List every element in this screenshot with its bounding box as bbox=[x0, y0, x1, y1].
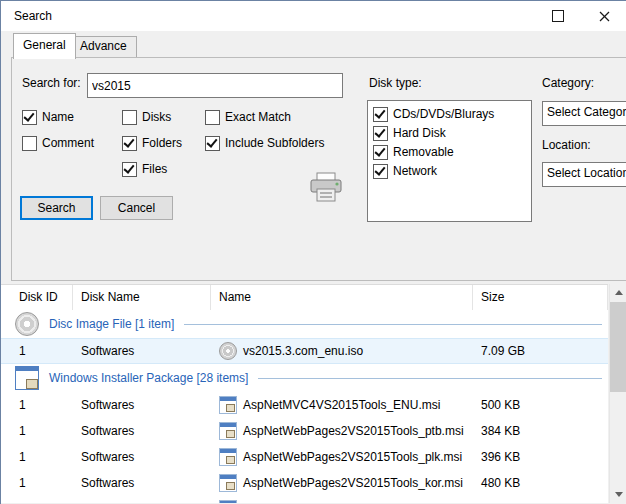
group-label: Disc Image File [1 item] bbox=[49, 317, 174, 331]
checkbox-comment-box[interactable] bbox=[22, 136, 37, 151]
scroll-down-icon bbox=[615, 492, 623, 497]
checkbox-include-subfolders-box[interactable] bbox=[205, 136, 220, 151]
disk-type-label: Disk type: bbox=[369, 76, 422, 90]
group-label: Windows Installer Package [28 items] bbox=[49, 371, 248, 385]
general-tab-panel: Search for: Disk type: Category: Name Di… bbox=[11, 57, 626, 281]
file-icon bbox=[219, 500, 237, 503]
maximize-button[interactable] bbox=[535, 1, 581, 31]
file-icon bbox=[219, 448, 237, 466]
disk-type-network-label: Network bbox=[393, 164, 437, 178]
cell-name: AspNetWebPages2VS2015Tools_... bbox=[211, 500, 473, 503]
table-row[interactable]: 1 Softwares vs2015.3.com_enu.iso 7.09 GB bbox=[1, 338, 608, 364]
cell-name: AspNetWebPages2VS2015Tools_kor.msi bbox=[211, 474, 473, 492]
cell-name: AspNetWebPages2VS2015Tools_ptb.msi bbox=[211, 422, 473, 440]
checkbox-name-label: Name bbox=[42, 110, 74, 124]
table-row[interactable]: 1 Softwares AspNetMVC4VS2015Tools_ENU.ms… bbox=[1, 392, 608, 418]
checkbox-disks-box[interactable] bbox=[122, 110, 137, 125]
category-label: Category: bbox=[542, 76, 594, 90]
checkbox-files-label: Files bbox=[142, 162, 167, 176]
disk-type-cds[interactable]: CDs/DVDs/Blurays bbox=[373, 106, 531, 122]
disk-type-list: CDs/DVDs/Blurays Hard Disk Removable Net… bbox=[367, 100, 532, 222]
group-icon bbox=[15, 312, 39, 336]
checkbox-disks[interactable]: Disks bbox=[122, 109, 171, 125]
cell-disk-id: 1 bbox=[1, 502, 73, 503]
tab-general[interactable]: General bbox=[13, 33, 76, 59]
results-body: Disc Image File [1 item] 1 Softwares vs2… bbox=[1, 310, 608, 503]
disk-type-removable[interactable]: Removable bbox=[373, 144, 531, 160]
column-disk-name[interactable]: Disk Name bbox=[73, 285, 211, 311]
scroll-up-button[interactable] bbox=[610, 284, 626, 301]
location-select[interactable]: Select Location bbox=[542, 162, 626, 187]
cell-size: 384 KB bbox=[473, 424, 608, 438]
checkbox-exact-match[interactable]: Exact Match bbox=[205, 109, 291, 125]
checkbox-name[interactable]: Name bbox=[22, 109, 74, 125]
file-name: AspNetWebPages2VS2015Tools_... bbox=[243, 502, 435, 503]
checkbox-folders[interactable]: Folders bbox=[122, 135, 182, 151]
checkbox-folders-label: Folders bbox=[142, 136, 182, 150]
search-input[interactable] bbox=[87, 73, 343, 98]
table-row[interactable]: 1 Softwares AspNetWebPages2VS2015Tools_p… bbox=[1, 418, 608, 444]
checkbox-include-subfolders-label: Include Subfolders bbox=[225, 136, 324, 150]
tab-advance[interactable]: Advance bbox=[70, 36, 137, 59]
cell-disk-name: Softwares bbox=[73, 450, 211, 464]
checkbox-files-box[interactable] bbox=[122, 162, 137, 177]
file-icon bbox=[219, 422, 237, 440]
cell-size: 480 KB bbox=[473, 476, 608, 490]
column-size[interactable]: Size bbox=[473, 285, 608, 311]
cell-size: 500 KB bbox=[473, 398, 608, 412]
cell-disk-id: 1 bbox=[1, 344, 73, 358]
scroll-down-button[interactable] bbox=[610, 486, 626, 503]
table-row[interactable]: 1 Softwares AspNetWebPages2VS2015Tools_.… bbox=[1, 496, 608, 503]
window-title: Search bbox=[14, 1, 52, 31]
group-divider-line bbox=[258, 378, 602, 379]
titlebar[interactable]: Search bbox=[1, 1, 626, 31]
cell-disk-id: 1 bbox=[1, 424, 73, 438]
cell-name: AspNetWebPages2VS2015Tools_plk.msi bbox=[211, 448, 473, 466]
vertical-scrollbar[interactable] bbox=[609, 284, 626, 503]
printer-icon bbox=[308, 172, 344, 204]
results-group-header[interactable]: Windows Installer Package [28 items] bbox=[1, 364, 608, 392]
category-select[interactable]: Select Category bbox=[542, 101, 626, 126]
results-group-header[interactable]: Disc Image File [1 item] bbox=[1, 310, 608, 338]
cell-disk-name: Softwares bbox=[73, 476, 211, 490]
cell-disk-name: Softwares bbox=[73, 502, 211, 503]
group-divider-line bbox=[184, 324, 602, 325]
cell-disk-name: Softwares bbox=[73, 424, 211, 438]
search-dialog: Search General Advance Search for: Disk … bbox=[0, 0, 626, 504]
results-header: Disk ID Disk Name Name Size bbox=[1, 284, 608, 312]
file-icon bbox=[219, 474, 237, 492]
disk-type-network[interactable]: Network bbox=[373, 163, 531, 179]
checkbox-folders-box[interactable] bbox=[122, 136, 137, 151]
scroll-up-icon bbox=[615, 290, 623, 295]
disk-type-hard-disk[interactable]: Hard Disk bbox=[373, 125, 531, 141]
disk-type-hard-disk-box[interactable] bbox=[373, 126, 388, 141]
disk-type-removable-box[interactable] bbox=[373, 145, 388, 160]
search-button[interactable]: Search bbox=[20, 196, 93, 220]
disk-type-hard-disk-label: Hard Disk bbox=[393, 126, 446, 140]
cell-disk-id: 1 bbox=[1, 476, 73, 490]
checkbox-name-box[interactable] bbox=[22, 110, 37, 125]
checkbox-include-subfolders[interactable]: Include Subfolders bbox=[205, 135, 324, 151]
maximize-icon bbox=[552, 10, 564, 22]
cell-size: 470 KB bbox=[473, 502, 608, 503]
scrollbar-thumb[interactable] bbox=[610, 302, 626, 392]
checkbox-files[interactable]: Files bbox=[122, 161, 167, 177]
file-name: vs2015.3.com_enu.iso bbox=[243, 344, 363, 358]
checkbox-comment-label: Comment bbox=[42, 136, 94, 150]
cell-disk-name: Softwares bbox=[73, 344, 211, 358]
cancel-button[interactable]: Cancel bbox=[100, 196, 173, 220]
checkbox-comment[interactable]: Comment bbox=[22, 135, 94, 151]
checkbox-exact-match-box[interactable] bbox=[205, 110, 220, 125]
table-row[interactable]: 1 Softwares AspNetWebPages2VS2015Tools_p… bbox=[1, 444, 608, 470]
group-icon bbox=[15, 366, 39, 390]
column-disk-id[interactable]: Disk ID bbox=[1, 285, 73, 311]
disk-type-network-box[interactable] bbox=[373, 164, 388, 179]
file-name: AspNetWebPages2VS2015Tools_plk.msi bbox=[243, 450, 462, 464]
close-icon bbox=[599, 11, 610, 22]
cell-name: vs2015.3.com_enu.iso bbox=[211, 342, 473, 360]
cell-size: 7.09 GB bbox=[473, 344, 608, 358]
close-button[interactable] bbox=[581, 1, 626, 31]
disk-type-cds-box[interactable] bbox=[373, 107, 388, 122]
column-name[interactable]: Name bbox=[211, 285, 473, 311]
table-row[interactable]: 1 Softwares AspNetWebPages2VS2015Tools_k… bbox=[1, 470, 608, 496]
